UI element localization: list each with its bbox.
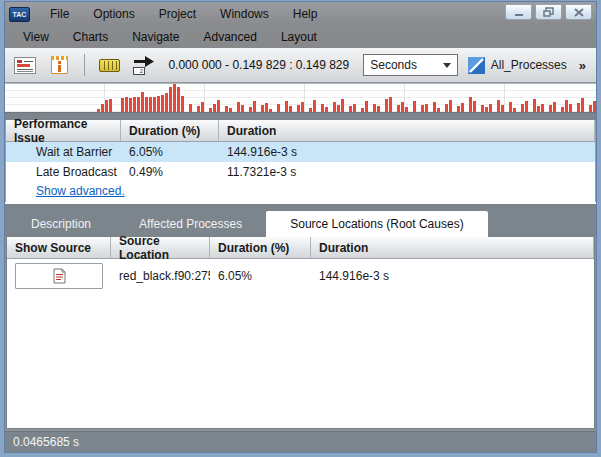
issue-duration-pct-cell: 6.05%	[121, 145, 219, 159]
menu-item-project[interactable]: Project	[147, 2, 208, 26]
histogram-bar	[413, 101, 416, 112]
histogram-bar	[501, 105, 504, 112]
issue-name-cell: Late Broadcast	[6, 165, 121, 179]
goto-frame-badge: 2	[133, 67, 145, 75]
source-duration-pct-cell: 6.05%	[210, 269, 311, 283]
menu-item-file[interactable]: File	[38, 2, 81, 26]
title-bar: TAC FileOptionsProjectWindowsHelp	[5, 2, 596, 26]
histogram-bar	[537, 106, 540, 112]
tab-description[interactable]: Description	[7, 211, 115, 237]
histogram-bar	[165, 93, 168, 112]
issues-table-body: Wait at Barrier6.05%144.916e-3 sLate Bro…	[6, 142, 595, 182]
histogram-bar	[237, 102, 240, 112]
histogram-bar	[289, 106, 292, 112]
histogram-bar	[397, 105, 400, 112]
process-aggregation-icon	[468, 57, 485, 74]
source-locations-panel: Show SourceSource LocationDuration (%)Du…	[6, 237, 595, 429]
histogram-bar	[241, 105, 244, 112]
histogram-bar	[141, 92, 144, 112]
histogram-bar	[525, 101, 528, 112]
source-column-header[interactable]: Duration	[311, 237, 594, 258]
histogram-bar	[485, 107, 488, 112]
histogram-bar	[325, 107, 328, 112]
histogram-bar	[377, 106, 380, 112]
issue-info-button[interactable]	[48, 52, 73, 78]
close-icon	[574, 8, 584, 17]
minimize-button[interactable]	[505, 4, 532, 20]
histogram-bar	[361, 108, 364, 112]
histogram-bar	[177, 87, 180, 112]
histogram-bar	[313, 100, 316, 112]
histogram-bar	[161, 95, 164, 112]
histogram-bar	[389, 97, 392, 112]
histogram-bar	[261, 105, 264, 112]
issues-column-header[interactable]: Duration	[219, 120, 595, 141]
histogram-bar	[285, 101, 288, 112]
histogram-bar	[105, 100, 108, 112]
close-button[interactable]	[565, 4, 592, 20]
source-table-header: Show SourceSource LocationDuration (%)Du…	[7, 237, 594, 259]
process-filter[interactable]: All_Processes	[468, 57, 567, 74]
menu-item-navigate[interactable]: Navigate	[120, 30, 191, 44]
histogram-bar	[561, 107, 564, 112]
toolbar: 2 0.000 000 - 0.149 829 : 0.149 829 Seco…	[5, 48, 596, 83]
source-column-header[interactable]: Show Source	[7, 237, 111, 258]
minimize-icon	[514, 8, 524, 17]
menu-item-view[interactable]: View	[11, 30, 61, 44]
menu-item-options[interactable]: Options	[81, 2, 146, 26]
window-controls	[505, 2, 592, 20]
histogram-bar	[173, 84, 176, 112]
show-source-button[interactable]	[15, 263, 103, 289]
profile-chart-button[interactable]	[13, 52, 38, 78]
restore-button[interactable]	[535, 4, 562, 20]
menu-item-layout[interactable]: Layout	[269, 30, 329, 44]
histogram-bar	[277, 104, 280, 112]
issues-column-header[interactable]: Duration (%)	[121, 120, 219, 141]
histogram-bar	[489, 104, 492, 112]
histogram-bar	[129, 98, 132, 112]
histogram-bar	[469, 97, 472, 112]
histogram-bar	[301, 102, 304, 112]
show-advanced-link[interactable]: Show advanced.	[6, 184, 125, 198]
histogram-bar	[149, 97, 152, 112]
histogram-bar	[533, 99, 536, 112]
source-column-header[interactable]: Source Location	[111, 237, 210, 258]
histogram-bar	[133, 97, 136, 112]
histogram-bar	[217, 100, 220, 112]
issue-duration-cell: 144.916e-3 s	[219, 145, 595, 159]
tape-measure-button[interactable]	[97, 52, 122, 78]
histogram-bar	[153, 97, 156, 112]
time-unit-select[interactable]: Seconds	[363, 54, 458, 76]
histogram-bar	[437, 108, 440, 112]
event-timeline-histogram[interactable]	[5, 83, 596, 112]
source-column-header[interactable]: Duration (%)	[210, 237, 311, 258]
menu-item-windows[interactable]: Windows	[208, 2, 281, 26]
window-frame: TAC FileOptionsProjectWindowsHelp ViewCh…	[0, 0, 601, 457]
histogram-bar	[401, 102, 404, 112]
issue-info-icon	[51, 56, 68, 74]
issues-table-row[interactable]: Late Broadcast0.49%11.7321e-3 s	[6, 162, 595, 182]
histogram-bar	[433, 102, 436, 112]
menu-item-charts[interactable]: Charts	[61, 30, 120, 44]
menu-bar-secondary: ViewChartsNavigateAdvancedLayout	[5, 26, 596, 48]
toolbar-overflow-chevron[interactable]: »	[577, 58, 588, 73]
goto-frame-button[interactable]: 2	[132, 52, 157, 78]
issues-column-header[interactable]: Performance Issue	[6, 120, 121, 141]
menu-item-help[interactable]: Help	[281, 2, 330, 26]
panel-empty-area	[7, 293, 594, 428]
issue-duration-cell: 11.7321e-3 s	[219, 165, 595, 179]
tab-source-locations-root-causes[interactable]: Source Locations (Root Causes)	[266, 211, 487, 237]
detail-tabs: DescriptionAffected ProcessesSource Loca…	[5, 202, 596, 237]
issues-table-row[interactable]: Wait at Barrier6.05%144.916e-3 s	[6, 142, 595, 162]
histogram-bar	[581, 98, 584, 112]
histogram-bar	[201, 102, 204, 112]
issue-name-cell: Wait at Barrier	[6, 145, 121, 159]
histogram-bar	[457, 106, 460, 112]
histogram-bar	[249, 107, 252, 112]
menu-bar-primary: FileOptionsProjectWindowsHelp	[38, 2, 329, 26]
histogram-bar	[521, 104, 524, 112]
histogram-bar	[425, 104, 428, 112]
menu-item-advanced[interactable]: Advanced	[192, 30, 269, 44]
histogram-bar	[269, 109, 272, 112]
source-table-row[interactable]: red_black.f90:2756.05%144.916e-3 s	[7, 259, 594, 293]
